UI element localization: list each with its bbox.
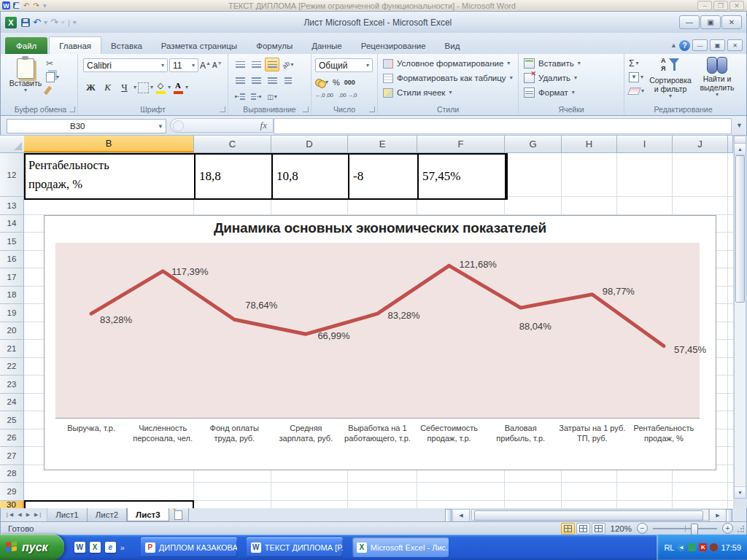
tray-app-icon[interactable] <box>710 543 718 551</box>
row-header-15[interactable]: 15 <box>0 233 24 251</box>
font-name-combo[interactable]: Calibri▾ <box>83 58 168 72</box>
borders-icon[interactable] <box>138 82 149 93</box>
scrollbar-split-handle[interactable] <box>735 136 746 144</box>
taskbar-button-word[interactable]: WТЕКСТ ДИПЛОМА [Р... <box>247 537 343 557</box>
align-center-button[interactable] <box>249 74 263 88</box>
page-break-view-button[interactable] <box>592 523 605 534</box>
ribbon-tab-Данные[interactable]: Данные <box>302 37 352 54</box>
tab-split-handle[interactable] <box>445 509 452 522</box>
find-select-button[interactable]: Найти и выделить▾ <box>696 57 738 98</box>
orientation-button[interactable]: ab▾ <box>281 58 295 71</box>
ribbon-tab-Рецензирование[interactable]: Рецензирование <box>352 37 436 54</box>
workbook-restore-button[interactable]: ▣ <box>710 39 725 51</box>
wrap-text-button[interactable] <box>281 74 295 88</box>
ribbon-tab-Файл[interactable]: Файл <box>5 37 47 54</box>
restore-button[interactable]: ▣ <box>700 15 721 29</box>
minimize-ribbon-icon[interactable]: ▲ <box>670 42 677 49</box>
column-header-G[interactable]: G <box>505 136 562 152</box>
quick-launch-word-icon[interactable]: W <box>74 542 85 553</box>
quick-launch-excel-icon[interactable]: X <box>90 542 101 553</box>
scroll-up-icon[interactable]: ▲ <box>735 144 746 155</box>
decrease-indent-button[interactable]: ⇤ <box>233 90 247 104</box>
font-size-combo[interactable]: 11▾ <box>169 58 198 72</box>
excel-titlebar[interactable]: X ↶▾ ↷▾ | ▾ Лист Microsoft Excel - Micro… <box>0 11 747 33</box>
scroll-down-icon[interactable]: ▼ <box>735 486 746 498</box>
page-layout-view-button[interactable] <box>576 523 590 534</box>
align-right-button[interactable] <box>265 74 279 88</box>
first-sheet-icon[interactable]: ❘◀ <box>4 512 15 518</box>
last-sheet-icon[interactable]: ▶❘ <box>33 512 44 518</box>
zoom-slider-thumb[interactable] <box>691 524 698 535</box>
cell-B12[interactable]: Рентабельность продаж, % <box>26 155 196 198</box>
cell-D12[interactable]: 10,8 <box>273 155 349 198</box>
horizontal-scrollbar[interactable] <box>471 509 709 521</box>
bold-button[interactable]: Ж <box>83 80 98 95</box>
quick-access-toolbar[interactable]: ↶▾ ↷▾ | ▾ <box>21 18 77 27</box>
sheet-tab-Лист1[interactable]: Лист1 <box>47 508 87 521</box>
formula-input[interactable] <box>274 118 732 134</box>
increase-decimal-button[interactable]: ←,0 ,00 <box>315 92 333 98</box>
hscroll-split-handle[interactable] <box>726 509 732 522</box>
copy-icon[interactable] <box>46 72 55 82</box>
dialog-launcher-icon[interactable] <box>220 106 225 112</box>
selected-cell-B30[interactable] <box>24 500 194 508</box>
sheet-tab-Лист2[interactable]: Лист2 <box>88 508 127 521</box>
save-icon[interactable] <box>13 2 20 9</box>
row-header-16[interactable]: 16 <box>0 251 24 269</box>
styles-item[interactable]: Условное форматирование▾ <box>378 56 518 71</box>
fx-icon[interactable]: fx <box>260 120 267 131</box>
vertical-scroll-thumb[interactable] <box>735 155 745 303</box>
name-box[interactable]: B30▼ <box>7 119 166 133</box>
sheet-tab-Лист3[interactable]: Лист3 <box>127 508 169 521</box>
row-header-29[interactable]: 29 <box>0 483 24 501</box>
row-header-13[interactable]: 13 <box>0 197 24 215</box>
horizontal-scroll-thumb[interactable] <box>474 510 703 521</box>
column-header-C[interactable]: C <box>194 136 271 152</box>
cells-item[interactable]: Вставить▾ <box>519 56 624 71</box>
ribbon-tab-Вставка[interactable]: Вставка <box>101 37 152 54</box>
paste-button[interactable]: Вставить ▾ <box>9 57 42 102</box>
grow-font-icon[interactable]: A▲ <box>200 61 211 71</box>
fill-button[interactable]: ▼▾ <box>629 71 644 82</box>
worksheet-grid[interactable]: Рентабельность продаж, %18,810,8-857,45%… <box>0 153 733 508</box>
start-button[interactable]: пуск <box>0 534 64 560</box>
word-minimize-button[interactable]: ‒ <box>697 1 712 10</box>
row-header-21[interactable]: 21 <box>0 340 24 358</box>
word-window-titlebar[interactable]: W ↶ ↷ ▾ ТЕКСТ ДИПЛОМА [Режим ограниченно… <box>0 0 747 12</box>
dialog-launcher-icon[interactable] <box>69 106 75 112</box>
row-header-19[interactable]: 19 <box>0 304 24 322</box>
scroll-left-icon[interactable]: ◀ <box>452 509 470 522</box>
column-header-H[interactable]: H <box>562 136 617 152</box>
align-middle-button[interactable] <box>249 58 263 71</box>
word-quick-access-toolbar[interactable]: ↶ ↷ ▾ <box>13 1 47 9</box>
zoom-level[interactable]: 120% <box>611 524 632 533</box>
zoom-slider[interactable] <box>653 528 717 529</box>
zoom-in-button[interactable]: + <box>722 523 733 534</box>
select-all-corner[interactable] <box>0 136 25 152</box>
align-left-button[interactable] <box>233 74 247 88</box>
cells-item[interactable]: Удалить▾ <box>519 71 624 85</box>
row-header-23[interactable]: 23 <box>0 376 24 394</box>
scroll-right-icon[interactable]: ▶ <box>709 509 727 522</box>
align-bottom-button[interactable] <box>265 58 279 71</box>
font-color-button[interactable]: А <box>172 81 184 93</box>
chart[interactable]: Динамика основных экономических показате… <box>44 215 716 470</box>
row-header-17[interactable]: 17 <box>0 268 24 287</box>
prev-sheet-icon[interactable]: ◀ <box>16 512 23 518</box>
close-button[interactable]: ✕ <box>721 15 742 29</box>
merge-center-button[interactable]: ◫▾ <box>265 90 279 104</box>
workbook-minimize-button[interactable]: — <box>692 39 708 51</box>
row-header-25[interactable]: 25 <box>0 411 24 429</box>
cell-E12[interactable]: -8 <box>349 155 419 198</box>
cell-C12[interactable]: 18,8 <box>196 155 273 198</box>
kaspersky-icon[interactable]: K <box>699 543 707 551</box>
insert-worksheet-tab[interactable] <box>169 508 189 521</box>
accounting-format-button[interactable]: ▾ <box>315 79 328 87</box>
shrink-font-icon[interactable]: A▼ <box>212 61 222 69</box>
column-header-F[interactable]: F <box>417 136 505 152</box>
cells-item[interactable]: Формат▾ <box>519 85 624 100</box>
row-header-22[interactable]: 22 <box>0 358 24 376</box>
row-header-20[interactable]: 20 <box>0 322 24 341</box>
ribbon-tab-Главная[interactable]: Главная <box>49 36 101 54</box>
taskbar-button-excel[interactable]: XMicrosoft Excel - Лис... <box>352 537 449 557</box>
